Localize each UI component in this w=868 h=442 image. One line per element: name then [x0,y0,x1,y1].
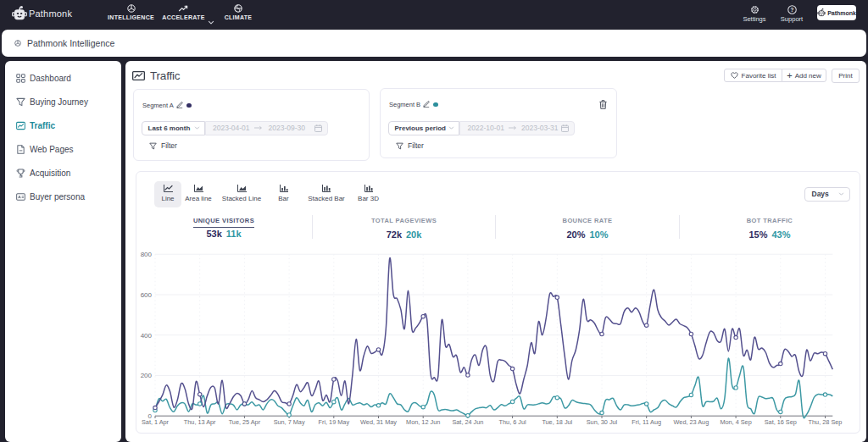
svg-text:Wed, 23 Aug: Wed, 23 Aug [674,418,709,426]
svg-text:Sat, 1 Apr: Sat, 1 Apr [142,418,170,426]
svg-text:Thu, 6 Jul: Thu, 6 Jul [499,418,526,426]
svg-text:Sun, 7 May: Sun, 7 May [274,418,305,426]
svg-text:Thu, 28 Sep: Thu, 28 Sep [809,418,843,426]
svg-text:Fri, 19 May: Fri, 19 May [319,418,350,426]
svg-text:800: 800 [141,251,153,258]
svg-text:Tue, 18 Jul: Tue, 18 Jul [542,418,572,426]
svg-text:Thu, 13 Apr: Thu, 13 Apr [184,418,216,426]
svg-text:Mon, 4 Sep: Mon, 4 Sep [720,418,751,426]
svg-text:Sat, 16 Sep: Sat, 16 Sep [765,418,797,426]
svg-text:200: 200 [141,372,153,379]
svg-text:Wed, 31 May: Wed, 31 May [360,418,397,426]
svg-text:400: 400 [141,332,153,340]
svg-text:Sat, 24 Jun: Sat, 24 Jun [452,418,483,426]
svg-text:Tue, 25 Apr: Tue, 25 Apr [229,418,261,426]
svg-text:Sun, 30 Jul: Sun, 30 Jul [587,418,618,426]
svg-text:Fri, 11 Aug: Fri, 11 Aug [632,418,661,426]
svg-text:Mon, 12 Jun: Mon, 12 Jun [406,418,440,426]
svg-text:600: 600 [141,291,153,299]
